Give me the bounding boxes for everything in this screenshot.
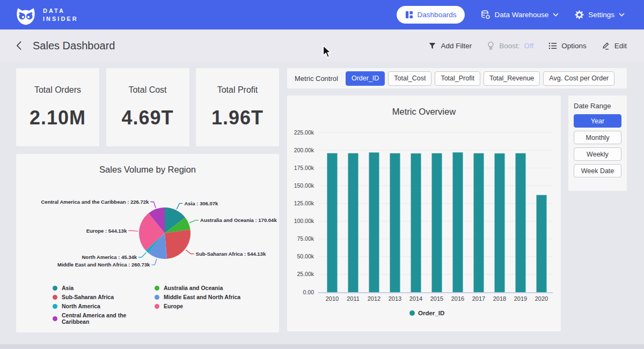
metric-chip-order-id[interactable]: Order_ID <box>346 71 385 86</box>
svg-text:175.00k: 175.00k <box>294 165 314 171</box>
svg-text:100.00k: 100.00k <box>294 218 314 224</box>
kpi-label: Total Profit <box>217 85 258 95</box>
add-filter-button[interactable]: Add Filter <box>428 42 472 50</box>
pie-label-north-america: North America : 45.34k <box>82 254 137 260</box>
pie-label-middle-east-and-north-africa: Middle East and North Africa : 260.73k <box>57 262 150 268</box>
add-filter-label: Add Filter <box>441 42 472 50</box>
boost-state: Off <box>524 42 533 50</box>
svg-text:Metric Overview: Metric Overview <box>392 107 456 116</box>
bar-2011[interactable] <box>348 153 358 292</box>
legend-name: Sub-Saharan Africa <box>62 294 114 300</box>
data-warehouse-label: Data Warehouse <box>494 11 548 19</box>
bar-2010[interactable] <box>327 153 338 292</box>
svg-text:125.00k: 125.00k <box>294 200 314 206</box>
metric-chip-total-revenue[interactable]: Total_Revenue <box>484 71 540 86</box>
bar-2018[interactable] <box>495 153 505 292</box>
sales-volume-panel: Sales Volume by Region Asia : 306.07kAus… <box>16 154 279 332</box>
bar-2014[interactable] <box>411 153 421 292</box>
chevron-down-icon <box>553 13 559 17</box>
chevron-left-icon <box>16 41 22 50</box>
kpi-card-total-orders: Total Orders2.10M <box>16 68 99 146</box>
pie-legend: AsiaAustralia and OceaniaSub-Saharan Afr… <box>53 285 240 325</box>
svg-text:2018: 2018 <box>493 295 506 302</box>
legend-item-australia-and-oceania[interactable]: Australia and Oceania <box>155 285 240 291</box>
pencil-edit-icon <box>602 41 610 50</box>
dashboard-grid-icon <box>405 11 413 19</box>
kpi-card-total-profit: Total Profit1.96T <box>196 68 279 146</box>
svg-text:2016: 2016 <box>451 295 464 302</box>
back-button[interactable] <box>14 39 24 53</box>
boost-toggle[interactable]: Boost: Off <box>487 41 533 50</box>
metric-chip-avg-cost-per-order[interactable]: Avg. Cost per Order <box>543 71 614 86</box>
header-tools: Add Filter Boost: Off Options <box>428 41 627 50</box>
legend-dot <box>155 304 159 309</box>
svg-text:2014: 2014 <box>409 295 422 302</box>
bar-2017[interactable] <box>474 153 484 292</box>
date-range-label: Date Range <box>574 102 621 110</box>
bar-2016[interactable] <box>453 152 463 292</box>
options-label: Options <box>561 42 587 50</box>
date-range-monthly[interactable]: Monthly <box>574 131 621 144</box>
legend-dot <box>155 295 159 300</box>
data-warehouse-menu[interactable]: Data Warehouse <box>481 10 559 19</box>
bar-legend-label: Order_ID <box>418 310 444 316</box>
date-range-buttons: YearMonthlyWeeklyWeek Date <box>574 114 621 177</box>
filter-funnel-icon <box>428 42 436 50</box>
svg-text:2010: 2010 <box>326 295 339 302</box>
edit-button[interactable]: Edit <box>602 41 627 50</box>
svg-text:75.00k: 75.00k <box>297 235 314 242</box>
boost-balloon-icon <box>487 41 495 50</box>
svg-text:150.00k: 150.00k <box>294 182 314 189</box>
legend-name: Australia and Oceania <box>164 285 223 291</box>
svg-text:2015: 2015 <box>430 295 443 302</box>
edit-label: Edit <box>614 42 627 50</box>
legend-name: Asia <box>62 285 74 291</box>
dashboards-button[interactable]: Dashboards <box>397 6 465 24</box>
svg-text:2012: 2012 <box>368 295 380 302</box>
svg-text:2019: 2019 <box>514 295 527 302</box>
metric-overview-panel: Metric Overview0.0025.00k50.00k75.00k100… <box>287 95 561 331</box>
gear-icon <box>575 10 584 19</box>
bar-2012[interactable] <box>369 152 379 292</box>
boost-label: Boost: <box>499 42 519 50</box>
svg-text:25.00k: 25.00k <box>297 271 314 277</box>
pie-label-asia: Asia : 306.07k <box>184 201 218 206</box>
legend-item-north-america[interactable]: North America <box>53 303 155 309</box>
svg-text:0.00: 0.00 <box>303 289 314 295</box>
bar-2020[interactable] <box>537 195 547 292</box>
pie-slice-sub-saharan-africa[interactable] <box>165 229 191 259</box>
kpi-card-total-cost: Total Cost4.69T <box>106 68 189 146</box>
bar-legend-dot <box>409 310 415 316</box>
legend-name: Central America and the Caribbean <box>62 312 155 325</box>
metric-chip-total-cost[interactable]: Total_Cost <box>388 71 431 86</box>
legend-dot <box>53 316 57 321</box>
metric-control-bar: Metric Control Order_IDTotal_CostTotal_P… <box>287 68 627 88</box>
legend-item-europe[interactable]: Europe <box>155 303 240 309</box>
page-title: Sales Dashboard <box>33 40 115 52</box>
metric-chip-row: Order_IDTotal_CostTotal_ProfitTotal_Reve… <box>346 71 614 86</box>
bar-2019[interactable] <box>516 153 526 292</box>
bar-2015[interactable] <box>432 153 442 292</box>
date-range-weekly[interactable]: Weekly <box>574 147 621 161</box>
brand-line2: INSIDER <box>43 15 78 23</box>
bar-2013[interactable] <box>390 153 400 292</box>
kpi-label: Total Orders <box>34 85 81 95</box>
date-range-week-date[interactable]: Week Date <box>574 164 621 177</box>
settings-menu[interactable]: Settings <box>575 10 625 19</box>
brand-text: DATA INSIDER <box>43 7 78 23</box>
svg-text:50.00k: 50.00k <box>297 253 314 259</box>
legend-item-asia[interactable]: Asia <box>53 285 155 291</box>
metric-overview-chart: Metric Overview0.0025.00k50.00k75.00k100… <box>287 95 561 331</box>
dashboards-label: Dashboards <box>418 11 457 19</box>
options-button[interactable]: Options <box>548 42 587 50</box>
page-header: Sales Dashboard Add Filter Boost: Off <box>0 29 644 62</box>
legend-item-middle-east-and-north-africa[interactable]: Middle East and North Africa <box>155 294 240 300</box>
svg-text:225.00k: 225.00k <box>294 129 314 136</box>
brand[interactable]: DATA INSIDER <box>15 4 78 26</box>
kpi-value: 4.69T <box>121 107 173 129</box>
legend-item-central-america-and-the-caribbean[interactable]: Central America and the Caribbean <box>53 312 155 325</box>
legend-item-sub-saharan-africa[interactable]: Sub-Saharan Africa <box>53 294 155 300</box>
date-range-year[interactable]: Year <box>574 114 621 128</box>
svg-text:2017: 2017 <box>472 295 485 302</box>
metric-chip-total-profit[interactable]: Total_Profit <box>435 71 480 86</box>
